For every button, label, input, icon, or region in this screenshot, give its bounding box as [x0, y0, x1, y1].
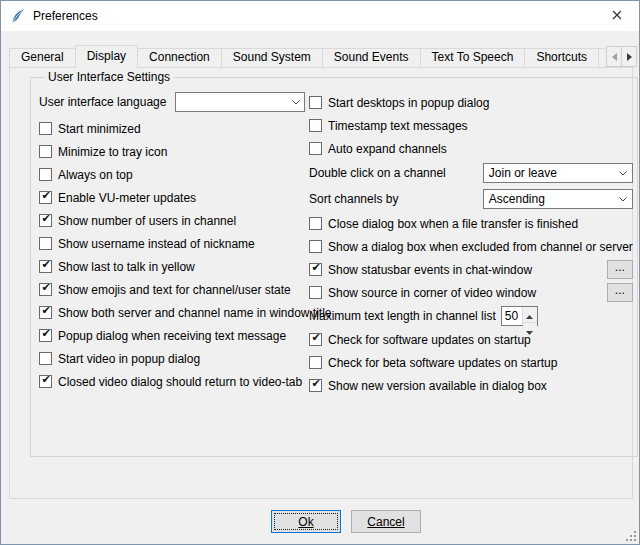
checkbox-box [39, 306, 52, 319]
checkbox-excluded-dialog[interactable]: Show a dialog box when excluded from cha… [309, 240, 633, 254]
checkbox-label: Show source in corner of video window [328, 286, 536, 300]
statusbar-events-row: Show statusbar events in chat-window ... [309, 258, 633, 281]
checkbox-label: Closed video dialog should return to vid… [58, 375, 302, 389]
checkbox-auto-expand-channels[interactable]: Auto expand channels [309, 142, 447, 156]
arrow-right-icon [627, 49, 632, 64]
checkbox-label: Show emojis and text for channel/user st… [58, 283, 291, 297]
chevron-down-icon [615, 190, 632, 208]
tab-sound-events[interactable]: Sound Events [322, 48, 421, 67]
tab-strip: General Display Connection Sound System … [9, 45, 605, 68]
user-interface-settings-group: User Interface Settings User interface l… [30, 70, 638, 457]
chevron-down-icon [287, 93, 304, 111]
checkbox-user-count-channel[interactable]: Show number of users in channel [39, 214, 236, 228]
tab-text-to-speech[interactable]: Text To Speech [420, 48, 526, 67]
checkbox-start-minimized[interactable]: Start minimized [39, 122, 141, 136]
tab-sound-system[interactable]: Sound System [221, 48, 323, 67]
checkbox-box [39, 214, 52, 227]
checkbox-box [39, 329, 52, 342]
checkbox-box [309, 333, 322, 346]
chevron-down-icon [615, 164, 632, 182]
checkbox-box [39, 260, 52, 273]
checkbox-label: Show username instead of nickname [58, 237, 255, 251]
tab-scroll-left-button[interactable] [606, 46, 622, 67]
tab-general[interactable]: General [9, 48, 76, 67]
combo-value: Ascending [484, 192, 615, 206]
checkbox-label: Show a dialog box when excluded from cha… [328, 240, 633, 254]
checkbox-check-beta-updates[interactable]: Check for beta software updates on start… [309, 356, 557, 370]
right-column: Start desktops in popup dialog Timestamp… [309, 86, 633, 397]
max-text-length-row: Maximum text length in channel list 50 [309, 304, 633, 328]
checkbox-close-filetransfer-dialog[interactable]: Close dialog box when a file transfer is… [309, 217, 578, 231]
checkbox-label: Show statusbar events in chat-window [328, 263, 532, 277]
checkbox-start-desktops-popup[interactable]: Start desktops in popup dialog [309, 96, 489, 110]
resize-grip[interactable] [624, 529, 637, 542]
cancel-button[interactable]: Cancel [351, 510, 421, 533]
checkbox-box [309, 286, 322, 299]
checkbox-box [39, 145, 52, 158]
statusbar-events-config-button[interactable]: ... [607, 260, 633, 279]
tab-display[interactable]: Display [75, 45, 138, 68]
display-tab-panel: User Interface Settings User interface l… [9, 67, 633, 499]
checkbox-box [309, 217, 322, 230]
checkbox-label: Show number of users in channel [58, 214, 236, 228]
video-source-row: Show source in corner of video window ..… [309, 281, 633, 304]
checkbox-box [309, 142, 322, 155]
checkbox-statusbar-events[interactable]: Show statusbar events in chat-window [309, 263, 532, 277]
checkbox-video-source-corner[interactable]: Show source in corner of video window [309, 286, 536, 300]
checkbox-label: Always on top [58, 168, 133, 182]
checkbox-vu-meter-updates[interactable]: Enable VU-meter updates [39, 191, 196, 205]
language-combobox[interactable] [175, 92, 305, 112]
checkbox-label: Popup dialog when receiving text message [58, 329, 286, 343]
close-button[interactable] [594, 1, 639, 30]
left-column: User interface language Start minimized … [39, 86, 305, 393]
checkbox-minimize-tray[interactable]: Minimize to tray icon [39, 145, 167, 159]
checkbox-label: Show both server and channel name in win… [58, 306, 332, 320]
arrow-left-icon [612, 49, 617, 64]
checkbox-check-updates[interactable]: Check for software updates on startup [309, 333, 531, 347]
tab-connection[interactable]: Connection [137, 48, 222, 67]
checkbox-box [39, 352, 52, 365]
spin-up-button[interactable] [523, 307, 537, 322]
window-title: Preferences [33, 9, 98, 23]
checkbox-label: Check for beta software updates on start… [328, 356, 557, 370]
sort-channels-row: Sort channels by Ascending [309, 186, 633, 212]
checkbox-label: Close dialog box when a file transfer is… [328, 217, 578, 231]
double-click-combobox[interactable]: Join or leave [483, 163, 633, 183]
language-label: User interface language [39, 95, 166, 109]
double-click-row: Double click on a channel Join or leave [309, 160, 633, 186]
checkbox-always-on-top[interactable]: Always on top [39, 168, 133, 182]
checkbox-box [39, 375, 52, 388]
tab-video[interactable]: Video [598, 48, 605, 67]
tab-shortcuts[interactable]: Shortcuts [524, 48, 599, 67]
max-text-length-spinbox[interactable]: 50 [501, 306, 538, 326]
close-icon [612, 8, 622, 23]
combo-value: Join or leave [484, 166, 615, 180]
checkbox-label: Show last to talk in yellow [58, 260, 195, 274]
language-row: User interface language [39, 91, 305, 113]
video-source-config-button[interactable]: ... [607, 283, 633, 302]
checkbox-server-channel-title[interactable]: Show both server and channel name in win… [39, 306, 305, 320]
checkbox-popup-text-message[interactable]: Popup dialog when receiving text message [39, 329, 286, 343]
checkbox-new-version-dialog[interactable]: Show new version available in dialog box [309, 379, 547, 393]
spinbox-value: 50 [502, 309, 522, 323]
checkbox-username-instead-nickname[interactable]: Show username instead of nickname [39, 237, 255, 251]
tab-bar: General Display Connection Sound System … [9, 45, 637, 68]
checkbox-box [39, 283, 52, 296]
cancel-label: Cancel [367, 515, 404, 529]
checkbox-last-talk-yellow[interactable]: Show last to talk in yellow [39, 260, 195, 274]
checkbox-emoji-text-state[interactable]: Show emojis and text for channel/user st… [39, 283, 291, 297]
checkbox-video-return-tab[interactable]: Closed video dialog should return to vid… [39, 375, 302, 389]
checkbox-label: Auto expand channels [328, 142, 447, 156]
ok-button[interactable]: Ok [271, 510, 341, 533]
sort-channels-combobox[interactable]: Ascending [483, 189, 633, 209]
checkbox-box [309, 356, 322, 369]
tab-scroll-right-button[interactable] [621, 46, 637, 67]
spin-up-icon [526, 307, 533, 322]
checkbox-label: Minimize to tray icon [58, 145, 167, 159]
checkbox-label: Start video in popup dialog [58, 352, 200, 366]
checkbox-video-popup[interactable]: Start video in popup dialog [39, 352, 200, 366]
group-title: User Interface Settings [45, 70, 173, 84]
checkbox-box [309, 96, 322, 109]
checkbox-timestamp-messages[interactable]: Timestamp text messages [309, 119, 468, 133]
checkbox-box [309, 379, 322, 392]
